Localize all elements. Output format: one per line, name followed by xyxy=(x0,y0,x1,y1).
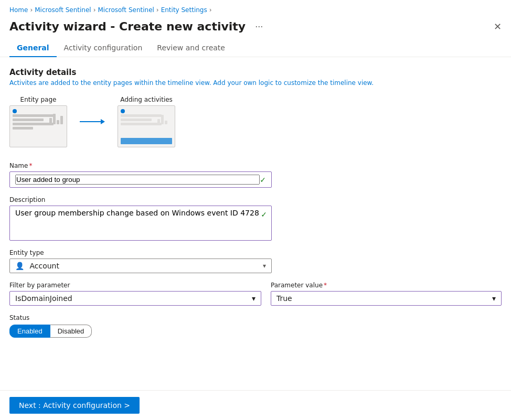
activities-chart xyxy=(157,109,172,124)
chart-bar-2 xyxy=(53,114,56,124)
description-field-group: Description User group membership change… xyxy=(9,196,502,241)
main-content: Activity details Activites are added to … xyxy=(0,57,511,392)
more-options-button[interactable]: ··· xyxy=(252,20,266,33)
status-label: Status xyxy=(9,314,502,321)
adding-activities-frame xyxy=(118,105,175,147)
status-section: Status Enabled Disabled xyxy=(9,314,502,338)
chart-bar-3 xyxy=(57,120,59,124)
param-value-col: Parameter value * True ▾ xyxy=(271,282,502,306)
filter-row: Filter by parameter IsDomainJoined ▾ Par… xyxy=(9,282,502,306)
activities-icon-dot xyxy=(121,109,125,113)
entity-chart xyxy=(49,109,64,124)
name-required-star: * xyxy=(29,162,32,169)
entity-type-field-group: Entity type 👤 Account ▾ xyxy=(9,249,502,273)
act-bar-3 xyxy=(121,123,162,125)
adding-activities-diagram: Adding activities xyxy=(118,96,175,147)
filter-param-label: Filter by parameter xyxy=(9,282,261,289)
param-value-chevron: ▾ xyxy=(492,294,496,303)
name-field-group: Name * ✓ xyxy=(9,162,502,188)
filter-param-value: IsDomainJoined xyxy=(15,294,72,303)
tab-review-and-create[interactable]: Review and create xyxy=(150,39,232,57)
status-disabled-button[interactable]: Disabled xyxy=(50,325,92,338)
act-chart-bar-2 xyxy=(161,115,164,124)
breadcrumb-sep-3: › xyxy=(156,6,159,14)
tabs-bar: General Activity configuration Review an… xyxy=(0,39,511,57)
entity-page-diagram: Entity page xyxy=(9,96,67,147)
activities-highlight xyxy=(121,138,172,144)
bar-4 xyxy=(13,127,33,130)
filter-param-chevron: ▾ xyxy=(252,294,256,303)
breadcrumb-sep-1: › xyxy=(30,6,33,14)
chart-bar-1 xyxy=(49,118,52,124)
tab-activity-configuration[interactable]: Activity configuration xyxy=(57,39,150,57)
act-chart-bar-1 xyxy=(157,119,160,124)
name-input-wrapper[interactable]: ✓ xyxy=(9,171,272,188)
breadcrumb-sep-4: › xyxy=(209,6,212,14)
entity-type-chevron: ▾ xyxy=(263,262,266,270)
param-value-label: Parameter value * xyxy=(271,282,502,289)
name-input[interactable] xyxy=(15,175,260,185)
description-check-icon: ✓ xyxy=(261,210,267,219)
param-value-value: True xyxy=(276,294,292,303)
diagram-arrow xyxy=(80,119,105,124)
activity-diagram: Entity page xyxy=(9,96,502,147)
description-input-wrapper[interactable]: User group membership change based on Wi… xyxy=(9,206,272,241)
tab-general[interactable]: General xyxy=(9,39,57,57)
name-check-icon: ✓ xyxy=(260,176,266,184)
account-icon: 👤 xyxy=(15,262,24,270)
name-label: Name * xyxy=(9,162,502,169)
page-header: Activity wizard - Create new activity ··… xyxy=(0,18,511,39)
section-title: Activity details xyxy=(9,68,502,77)
filter-param-col: Filter by parameter IsDomainJoined ▾ xyxy=(9,282,261,306)
arrow-line xyxy=(80,121,101,122)
breadcrumb-sentinel-2[interactable]: Microsoft Sentinel xyxy=(98,6,154,14)
entity-type-label: Entity type xyxy=(9,249,502,256)
next-activity-configuration-button[interactable]: Next : Activity configuration > xyxy=(9,397,140,414)
status-enabled-button[interactable]: Enabled xyxy=(9,325,50,338)
page-title: Activity wizard - Create new activity xyxy=(9,20,246,33)
param-value-star: * xyxy=(324,282,327,289)
act-chart-bar-3 xyxy=(165,121,167,124)
filter-param-select[interactable]: IsDomainJoined ▾ xyxy=(9,291,261,306)
entity-page-frame xyxy=(9,105,67,147)
arrow-head xyxy=(101,119,105,124)
entity-type-value: Account xyxy=(29,262,59,270)
section-description: Activites are added to the entity pages … xyxy=(9,79,502,87)
entity-icon-dot xyxy=(13,109,17,113)
breadcrumb-sentinel-1[interactable]: Microsoft Sentinel xyxy=(35,6,91,14)
close-button[interactable]: ✕ xyxy=(494,22,502,31)
description-input[interactable]: User group membership change based on Wi… xyxy=(15,209,266,236)
adding-activities-label: Adding activities xyxy=(120,96,173,103)
breadcrumb: Home › Microsoft Sentinel › Microsoft Se… xyxy=(0,0,511,18)
footer: Next : Activity configuration > xyxy=(0,390,511,420)
breadcrumb-home[interactable]: Home xyxy=(9,6,28,14)
chart-bar-4 xyxy=(60,116,63,124)
breadcrumb-sep-2: › xyxy=(93,6,96,14)
breadcrumb-entity-settings[interactable]: Entity Settings xyxy=(161,6,207,14)
description-label: Description xyxy=(9,196,502,203)
param-value-select[interactable]: True ▾ xyxy=(271,291,502,306)
entity-type-select[interactable]: 👤 Account ▾ xyxy=(9,259,272,273)
status-toggle-row: Enabled Disabled xyxy=(9,325,502,338)
entity-page-label: Entity page xyxy=(20,96,57,103)
